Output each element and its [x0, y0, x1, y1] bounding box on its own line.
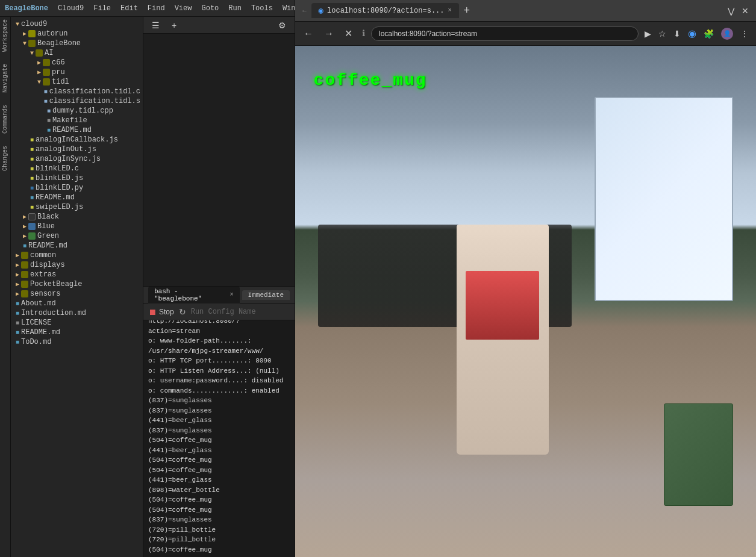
terminal-line: (504)=coffee_mug — [148, 505, 290, 515]
tree-item-displays[interactable]: ▶ displays — [11, 260, 143, 270]
stop-button[interactable]: ⏹ Stop — [148, 307, 174, 317]
tree-label-makefile: Makefile — [52, 116, 87, 125]
nav-ext3-btn[interactable]: 🧩 — [701, 26, 716, 41]
menu-goto[interactable]: Goto — [201, 4, 219, 13]
tree-item-black[interactable]: ▶ Black — [11, 212, 143, 222]
editor-plus-btn[interactable]: + — [168, 19, 180, 31]
tree-item-blue[interactable]: ▶ Blue — [11, 222, 143, 231]
stop-circle-icon: ⏹ — [148, 307, 157, 317]
tree-item-analogincallback[interactable]: ■ analogInCallback.js — [11, 135, 143, 145]
file-icon-analogincb: ■ — [30, 137, 34, 143]
nav-ext2-btn[interactable]: ◉ — [686, 26, 699, 41]
tree-label-beaglebone: BeagleBone — [37, 39, 81, 48]
terminal-line: (898)=water_bottle — [148, 485, 290, 496]
tree-item-ai[interactable]: ▼ AI — [11, 48, 143, 58]
tree-item-dummy-tidl[interactable]: ■ dummy.tidl.cpp — [11, 106, 143, 116]
tab-list-btn[interactable]: ⋁ — [725, 5, 737, 17]
nav-avatar-btn[interactable]: 👤 — [719, 26, 736, 41]
browser-forward-btn[interactable]: → — [320, 27, 337, 40]
terminal-line: o: HTTP Listen Address...: (null) — [148, 366, 290, 376]
browser-reload-btn[interactable]: ✕ — [341, 26, 356, 40]
tree-label-black: Black — [37, 213, 59, 221]
reload-button[interactable]: ↻ — [179, 307, 186, 317]
folder-color-pb — [21, 281, 28, 288]
editor-content[interactable] — [143, 34, 295, 286]
terminal-tab-bash-close[interactable]: × — [230, 291, 234, 298]
editor-settings-btn[interactable]: ⚙ — [275, 19, 290, 31]
tree-item-green[interactable]: ▶ Green — [11, 231, 143, 241]
menu-cloud9[interactable]: Cloud9 — [58, 4, 84, 13]
sidebar-tab-changes[interactable]: Changes — [2, 146, 8, 171]
tree-item-swipeledjs[interactable]: ■ swipeLED.js — [11, 202, 143, 212]
tree-label-class-tidl-c: classification.tidl.c — [49, 87, 140, 96]
sidebar-tab-commands[interactable]: Commands — [2, 105, 8, 134]
menu-beaglebone[interactable]: BeagleBone — [5, 4, 48, 13]
terminal-output[interactable]: Allocating input and output buffersAlloc… — [143, 320, 295, 557]
avatar-icon: 👤 — [723, 30, 731, 37]
folder-open-icon-tidl: ▼ — [37, 79, 41, 86]
tree-item-beaglebone[interactable]: ▼ BeagleBone — [11, 39, 143, 48]
nav-menu-btn[interactable]: ⋮ — [738, 26, 751, 41]
tree-item-analoginsync[interactable]: ■ analogInSync.js — [11, 154, 143, 164]
nav-bookmark-btn[interactable]: ☆ — [656, 26, 669, 41]
sidebar-tab-workspace[interactable]: Workspace — [2, 19, 8, 52]
folder-color-blue — [28, 223, 36, 230]
browser-tab-stream[interactable]: ◉ localhost:8090/?action=s... × — [311, 3, 459, 18]
menu-run[interactable]: Run — [228, 4, 242, 13]
tree-item-introduction[interactable]: ■ Introduction.md — [11, 308, 143, 318]
tree-label-pru: pru — [52, 68, 65, 76]
nav-ext1-btn[interactable]: ⬇ — [671, 26, 683, 41]
menu-find[interactable]: Find — [148, 4, 165, 13]
tree-label-class-tidl-s: classification.tidl.s — [49, 97, 140, 105]
terminal-line: (837)=sunglasses — [148, 406, 290, 416]
tree-item-blinkledjs[interactable]: ■ blinkLED.js — [11, 173, 143, 183]
nav-go-btn[interactable]: ▶ — [642, 26, 654, 41]
tree-item-readme-root[interactable]: ■ README.md — [11, 241, 143, 250]
terminal-tab-bash[interactable]: bash - "beaglebone" × — [148, 287, 240, 303]
browser-window1-indicator: ← — [302, 7, 307, 14]
tree-item-autorun[interactable]: ▶ autorun — [11, 29, 143, 39]
tree-item-analoginout[interactable]: ■ analogInOut.js — [11, 145, 143, 154]
sidebar-tab-navigate[interactable]: Navigate — [2, 64, 8, 93]
tree-item-blinkledc[interactable]: ■ blinkLED.c — [11, 164, 143, 173]
terminal-tab-immediate[interactable]: Immediate — [242, 290, 290, 300]
browser-panel: ← ◉ localhost:8090/?action=s... × + ⋁ ✕ … — [295, 0, 756, 557]
browser-back-btn[interactable]: ← — [300, 27, 317, 40]
tree-item-pru[interactable]: ▶ pru — [11, 67, 143, 77]
close-browser-btn[interactable]: ✕ — [739, 5, 751, 17]
browser-tab-stream-close[interactable]: × — [448, 7, 451, 14]
file-icon-readme-bb: ■ — [30, 194, 34, 201]
file-icon-makefile: ■ — [47, 117, 51, 124]
menu-file[interactable]: File — [93, 4, 111, 13]
avatar: 👤 — [721, 28, 733, 40]
terminal-line: http://localhost:8080/?action=stream — [148, 320, 290, 336]
tree-item-class-tidl-c[interactable]: ■ classification.tidl.c — [11, 87, 143, 96]
menu-view[interactable]: View — [175, 4, 192, 13]
tree-item-class-tidl-s[interactable]: ■ classification.tidl.s — [11, 96, 143, 106]
tree-item-blinkledpy[interactable]: ■ blinkLED.py — [11, 183, 143, 193]
menu-edit[interactable]: Edit — [120, 4, 138, 13]
tree-item-tidl[interactable]: ▼ tidl — [11, 77, 143, 87]
tree-item-todo[interactable]: ■ ToDo.md — [11, 337, 143, 347]
new-tab-button[interactable]: + — [461, 4, 473, 17]
tree-root-cloud9[interactable]: ▼ cloud9 — [11, 19, 143, 29]
tree-item-about[interactable]: ■ About.md — [11, 299, 143, 308]
tree-item-c66[interactable]: ▶ c66 — [11, 58, 143, 67]
editor-list-btn[interactable]: ☰ — [148, 19, 163, 31]
terminal-line: (720)=pill_bottle — [148, 535, 290, 545]
tree-item-common[interactable]: ▶ common — [11, 250, 143, 260]
address-bar[interactable] — [371, 26, 639, 41]
tree-item-readme-tidl[interactable]: ■ README.md — [11, 125, 143, 135]
tree-item-makefile[interactable]: ■ Makefile — [11, 116, 143, 125]
tree-item-readme-bb[interactable]: ■ README.md — [11, 193, 143, 202]
menu-tools[interactable]: Tools — [251, 4, 273, 13]
tree-item-extras[interactable]: ▶ extras — [11, 270, 143, 279]
tree-item-pocketbeagle[interactable]: ▶ PocketBeagle — [11, 279, 143, 289]
tree-item-license[interactable]: ■ LICENSE — [11, 318, 143, 328]
tree-item-sensors[interactable]: ▶ sensors — [11, 289, 143, 299]
terminal-tabs: bash - "beaglebone" × Immediate — [143, 287, 295, 303]
sidebar-tabs: Workspace Navigate Commands Changes — [0, 17, 11, 557]
tree-item-readme-final[interactable]: ■ README.md — [11, 328, 143, 337]
file-icon-license: ■ — [16, 320, 19, 326]
ide-menubar: BeagleBone Cloud9 File Edit Find View Go… — [0, 0, 295, 17]
